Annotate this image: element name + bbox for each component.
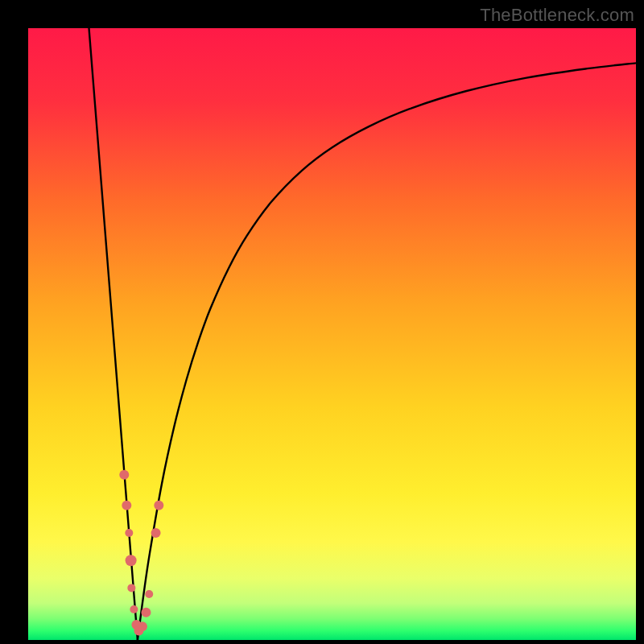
data-point-marker xyxy=(125,529,133,537)
data-point-marker xyxy=(138,621,147,631)
bottleneck-chart xyxy=(28,28,636,640)
data-point-marker xyxy=(126,555,137,566)
data-point-marker xyxy=(151,528,161,538)
data-point-marker xyxy=(122,501,131,510)
data-point-marker xyxy=(130,605,138,613)
data-point-marker xyxy=(141,608,151,617)
data-point-marker xyxy=(127,584,135,592)
data-point-marker xyxy=(119,470,129,480)
gradient-background xyxy=(28,28,636,640)
data-point-marker xyxy=(154,501,163,510)
data-point-marker xyxy=(145,590,153,598)
watermark-text: TheBottleneck.com xyxy=(480,5,634,26)
chart-frame: TheBottleneck.com xyxy=(0,0,644,644)
plot-area-wrapper xyxy=(28,28,636,640)
